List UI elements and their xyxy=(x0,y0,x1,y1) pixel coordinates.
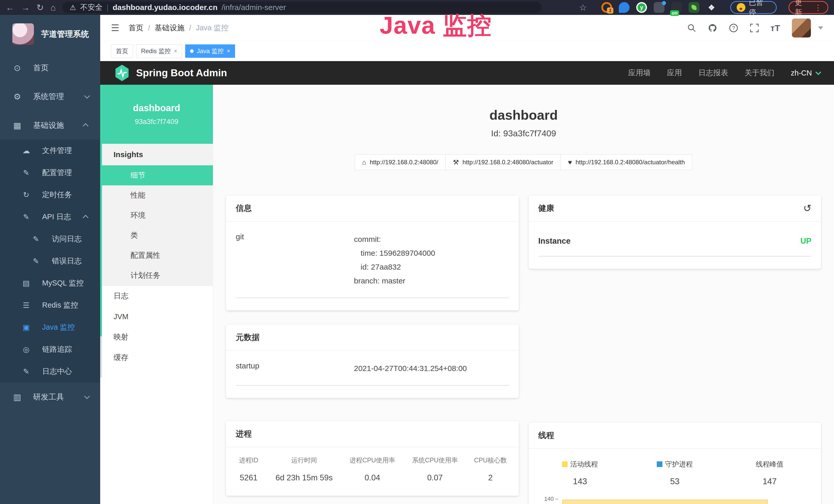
sba-item-mappings[interactable]: 映射 xyxy=(100,327,213,347)
tab-home[interactable]: 首页 xyxy=(111,44,133,58)
process-table-header: 进程ID 运行时间 进程CPU使用率 系统CPU使用率 CPU核心数 xyxy=(230,456,515,464)
extension-pin-icon[interactable] xyxy=(619,2,630,13)
sba-item-caches[interactable]: 缓存 xyxy=(100,347,213,368)
sidebar-item-java[interactable]: ▣Java 监控 xyxy=(0,316,100,338)
paused-badge[interactable]: 已暂停 xyxy=(730,1,777,14)
sidebar-item-api-log[interactable]: ✎API 日志 xyxy=(0,206,100,228)
insights-section-label: Insights xyxy=(100,144,213,165)
extension-grid-icon[interactable] xyxy=(654,2,664,13)
sba-item-classes[interactable]: 类 xyxy=(100,225,213,246)
bookmark-star-icon[interactable]: ☆ xyxy=(579,3,587,12)
search-icon[interactable] xyxy=(687,24,696,32)
sidebar-item-config[interactable]: ✎配置管理 xyxy=(0,162,100,184)
sba-item-env[interactable]: 环境 xyxy=(100,205,213,225)
health-url-button[interactable]: ♥http://192.168.0.2:48080/actuator/healt… xyxy=(561,154,692,170)
instance-label: Instance xyxy=(539,236,571,246)
sidebar-item-redis[interactable]: ☰Redis 监控 xyxy=(0,294,100,316)
health-history-icon[interactable]: ↺ xyxy=(803,203,811,214)
breadcrumb-infra[interactable]: 基础设施 xyxy=(155,23,184,33)
back-icon[interactable]: ← xyxy=(6,3,14,12)
sidebar-item-mysql[interactable]: ▤MySQL 监控 xyxy=(0,272,100,294)
tags-view: 首页 Redis 监控× Java 监控× xyxy=(100,41,834,61)
sba-item-details[interactable]: 细节 xyxy=(100,165,213,185)
heartbeat-icon: ♥ xyxy=(568,158,572,166)
forward-icon[interactable]: → xyxy=(21,3,30,12)
sba-item-scheduledtasks[interactable]: 计划任务 xyxy=(100,266,213,285)
sba-content: dashboard Id: 93a3fc7f7409 ⌂http://192.1… xyxy=(213,85,834,504)
actuator-url-button[interactable]: ⚒http://192.168.0.2:48080/actuator xyxy=(445,154,561,170)
sidebar-item-devtools[interactable]: ▥ 研发工具 xyxy=(0,383,100,411)
github-icon[interactable] xyxy=(708,23,717,32)
metadata-card-title: 元数据 xyxy=(236,332,260,343)
browser-home-icon[interactable]: ⌂ xyxy=(50,3,56,12)
sba-link-about[interactable]: 关于我们 xyxy=(745,68,774,78)
sidebar-scrollbar-thumb[interactable] xyxy=(100,85,102,336)
sidebar-scrollbar-track xyxy=(100,336,102,377)
startup-label: startup xyxy=(236,362,354,375)
metadata-card: 元数据 startup 2021-04-27T00:44:31.254+08:0… xyxy=(226,324,519,398)
sidebar-item-file[interactable]: ☁文件管理 xyxy=(0,140,100,162)
sidebar-item-log-center[interactable]: ✎日志中心 xyxy=(0,361,100,383)
sidebar-item-home[interactable]: ⊙ 首页 xyxy=(0,53,100,82)
screen-icon: ▣ xyxy=(21,323,32,332)
threads-area-series xyxy=(562,500,768,504)
sba-item-configprops[interactable]: 配置属性 xyxy=(100,246,213,266)
extension-y-icon[interactable]: y xyxy=(636,2,647,13)
sba-link-applications[interactable]: 应用 xyxy=(667,68,682,78)
avatar-caret-icon[interactable] xyxy=(818,26,823,29)
emoji-face-icon xyxy=(737,3,745,12)
instance-health-row[interactable]: Instance UP xyxy=(539,236,812,256)
sba-frame: Spring Boot Admin 应用墙 应用 日志报表 关于我们 zh-CN xyxy=(100,61,834,504)
git-id-line: id: 27aa832 xyxy=(354,260,435,274)
sba-locale-select[interactable]: zh-CN xyxy=(791,69,820,77)
security-label[interactable]: 不安全 xyxy=(80,2,103,13)
edit-icon: ✎ xyxy=(30,257,42,266)
peak-threads-value: 147 xyxy=(722,477,817,486)
briefcase-icon: ▥ xyxy=(12,392,23,402)
threads-legend: 活动线程 守护进程 线程峰值 xyxy=(533,460,817,469)
tab-java[interactable]: Java 监控× xyxy=(185,44,235,58)
sidebar-item-error-log[interactable]: ✎错误日志 xyxy=(0,250,100,272)
threads-values: 143 53 147 xyxy=(533,477,817,486)
tab-redis[interactable]: Redis 监控× xyxy=(136,44,182,58)
font-size-icon[interactable]: ᴛT xyxy=(771,24,780,32)
close-icon[interactable]: × xyxy=(174,48,177,54)
sba-item-logfile[interactable]: 日志 xyxy=(100,286,213,306)
sidebar-item-access-log[interactable]: ✎访问日志 xyxy=(0,228,100,250)
sidebar-item-system[interactable]: ⚙ 系统管理 xyxy=(0,82,100,111)
user-avatar[interactable] xyxy=(792,19,811,38)
sba-instance-header[interactable]: dashboard 93a3fc7f7409 xyxy=(100,85,213,144)
sba-link-wallboard[interactable]: 应用墙 xyxy=(628,68,651,78)
sidebar-item-job[interactable]: ↻定时任务 xyxy=(0,184,100,206)
edit-icon: ✎ xyxy=(30,235,42,244)
sba-link-journal[interactable]: 日志报表 xyxy=(698,68,728,78)
extension-switch-icon[interactable]: on xyxy=(671,2,682,13)
hamburger-icon[interactable]: ☰ xyxy=(111,23,119,33)
extensions-puzzle-icon[interactable]: ❖ xyxy=(706,2,717,13)
extension-colab-icon[interactable]: 1 xyxy=(601,2,612,13)
sba-sidebar: dashboard 93a3fc7f7409 Insights 细节 性能 环境… xyxy=(100,85,213,504)
sba-navbar: Spring Boot Admin 应用墙 应用 日志报表 关于我们 zh-CN xyxy=(100,61,834,85)
sba-item-metrics[interactable]: 性能 xyxy=(100,185,213,205)
sba-insights-group: Insights 细节 性能 环境 类 配置属性 计划任务 xyxy=(100,144,213,286)
service-url-button[interactable]: ⌂http://192.168.0.2:48080/ xyxy=(355,154,446,170)
sidebar-item-trace[interactable]: ◎链路追踪 xyxy=(0,338,100,361)
sba-logo[interactable]: Spring Boot Admin xyxy=(114,65,227,81)
fullscreen-icon[interactable] xyxy=(750,24,759,32)
page-title: dashboard xyxy=(213,107,834,123)
chevron-down-icon xyxy=(815,69,821,75)
close-icon[interactable]: × xyxy=(227,48,230,54)
live-threads-value: 143 xyxy=(533,477,628,486)
cloud-icon: ☁ xyxy=(21,146,32,155)
reload-icon[interactable]: ↻ xyxy=(37,3,44,12)
extension-leaf-icon[interactable] xyxy=(688,2,699,13)
sba-item-jvm[interactable]: JVM xyxy=(100,306,213,327)
browser-menu-icon[interactable]: ⋮ xyxy=(814,3,822,12)
git-label: git xyxy=(236,232,354,288)
breadcrumb-current: Java 监控 xyxy=(196,23,228,33)
help-icon[interactable]: ? xyxy=(729,23,738,32)
update-button[interactable]: 更新 ⋮ xyxy=(789,1,828,14)
breadcrumb-home[interactable]: 首页 xyxy=(128,23,143,33)
sidebar-item-infra[interactable]: ▦ 基础设施 xyxy=(0,111,100,140)
process-pid: 5261 xyxy=(230,473,267,482)
